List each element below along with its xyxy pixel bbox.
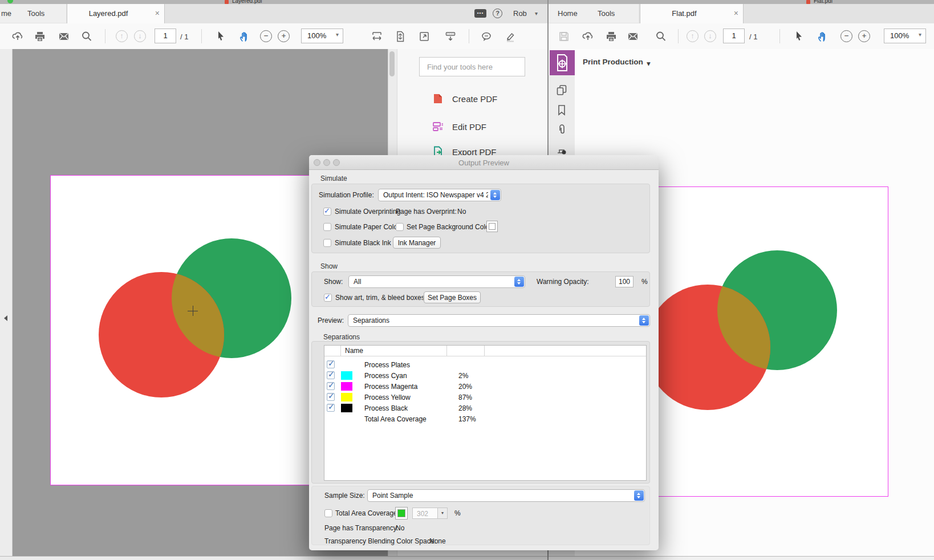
- hand-tool-icon[interactable]: [816, 30, 829, 43]
- separation-row[interactable]: ✓ Process Yellow 87%: [324, 392, 646, 403]
- tac-threshold-select[interactable]: 302 ▾: [412, 508, 448, 519]
- print-icon[interactable]: [605, 30, 618, 43]
- row-checkbox[interactable]: ✓: [327, 404, 335, 412]
- scrolling-mode-icon[interactable]: [444, 30, 457, 43]
- separation-row[interactable]: ✓ Process Magenta 20%: [324, 381, 646, 392]
- nav-pane-edge[interactable]: [0, 49, 13, 560]
- help-icon[interactable]: ?: [493, 9, 502, 18]
- zoom-out-icon[interactable]: −: [840, 30, 852, 42]
- print-production-icon[interactable]: [550, 50, 575, 75]
- feedback-chat-icon[interactable]: •••: [474, 9, 486, 18]
- row-checkbox[interactable]: ✓: [327, 393, 335, 401]
- fit-width-icon[interactable]: [371, 30, 383, 43]
- select-caret-icon: ▾: [437, 508, 447, 518]
- previous-page-icon[interactable]: ↑: [687, 30, 699, 42]
- magenta-swatch: [341, 382, 352, 391]
- separations-heading: Separations: [323, 333, 360, 341]
- zoom-in-icon[interactable]: +: [858, 30, 870, 42]
- preview-select[interactable]: Separations: [348, 314, 650, 327]
- email-icon[interactable]: [58, 30, 70, 43]
- select-tool-icon[interactable]: [793, 30, 805, 43]
- zoom-level-select[interactable]: 100% ▾: [884, 29, 926, 43]
- pdf-page-flat[interactable]: [644, 186, 888, 497]
- print-icon[interactable]: [34, 30, 46, 43]
- zoom-level-select[interactable]: 100% ▾: [301, 29, 343, 43]
- name-column-header: Name: [345, 347, 363, 355]
- row-checkbox[interactable]: ✓: [327, 371, 335, 379]
- page-bg-color-well[interactable]: [486, 221, 498, 232]
- search-icon[interactable]: [655, 30, 667, 43]
- hand-tool-icon[interactable]: [238, 30, 250, 43]
- fullscreen-icon[interactable]: [418, 30, 431, 43]
- output-preview-tool-icon[interactable]: [555, 143, 568, 155]
- separations-table-header: Name: [324, 346, 646, 356]
- row-checkbox[interactable]: ✓: [327, 382, 335, 390]
- zoom-in-icon[interactable]: +: [278, 30, 290, 42]
- tab-home[interactable]: me: [1, 9, 11, 18]
- row-checkbox[interactable]: ✓: [327, 360, 335, 368]
- traffic-light-green[interactable]: [7, 0, 13, 3]
- account-caret-icon[interactable]: ▾: [535, 10, 538, 17]
- page-has-transparency-label: Page has Transparency:: [324, 524, 399, 532]
- highlighter-icon[interactable]: [504, 30, 517, 43]
- close-tab-icon[interactable]: ×: [155, 9, 160, 18]
- sample-size-select[interactable]: Point Sample: [367, 489, 645, 502]
- page-number-input[interactable]: 1: [723, 29, 745, 43]
- create-pdf-icon: [432, 92, 444, 105]
- save-icon[interactable]: [558, 30, 570, 43]
- email-icon[interactable]: [627, 30, 639, 43]
- tab-document-flat[interactable]: Flat.pdf ×: [640, 4, 744, 23]
- tool-edit-pdf[interactable]: Edit PDF: [452, 122, 486, 132]
- page-number-input[interactable]: 1: [155, 29, 176, 43]
- share-cloud-icon[interactable]: [582, 30, 594, 43]
- tool-create-pdf[interactable]: Create PDF: [452, 94, 497, 104]
- page-count: / 1: [180, 33, 188, 41]
- warning-opacity-input[interactable]: 100: [615, 276, 634, 287]
- edit-pdf-icon: [432, 120, 444, 133]
- fit-page-icon[interactable]: [394, 30, 407, 43]
- bookmarks-icon[interactable]: [555, 104, 568, 116]
- tab-home[interactable]: Home: [558, 9, 578, 18]
- print-production-label[interactable]: Print Production: [583, 58, 643, 66]
- select-stepper-icon: [514, 277, 524, 287]
- simulate-overprinting-checkbox[interactable]: ✓: [323, 208, 331, 216]
- ink-manager-button[interactable]: Ink Manager: [393, 237, 441, 249]
- tac-color-well[interactable]: [395, 507, 408, 520]
- dialog-titlebar[interactable]: Output Preview: [309, 155, 659, 170]
- tab-bar: Home Tools Flat.pdf ×: [549, 4, 934, 24]
- simulate-black-ink-checkbox[interactable]: ✓: [323, 239, 331, 247]
- show-label: Show:: [324, 278, 343, 286]
- tab-tools[interactable]: Tools: [598, 9, 615, 18]
- page-thumbnails-icon[interactable]: [555, 84, 568, 96]
- tab-document-layered[interactable]: Layered.pdf ×: [67, 4, 165, 23]
- share-cloud-icon[interactable]: [11, 30, 24, 43]
- next-page-icon[interactable]: ↓: [704, 30, 716, 42]
- set-page-bg-color-checkbox[interactable]: ✓: [396, 223, 404, 231]
- set-page-boxes-button[interactable]: Set Page Boxes: [424, 291, 481, 303]
- set-page-bg-color-label: Set Page Background Color: [407, 223, 492, 231]
- close-tab-icon[interactable]: ×: [734, 9, 738, 18]
- total-area-coverage-checkbox[interactable]: ✓: [324, 509, 332, 517]
- separation-row[interactable]: ✓ Process Plates: [324, 359, 646, 370]
- comment-icon[interactable]: [480, 30, 493, 43]
- collapse-pane-icon[interactable]: [3, 315, 9, 322]
- simulation-profile-select[interactable]: Output Intent: ISO Newspaper v4 26 (ba..…: [378, 189, 501, 201]
- tab-tools[interactable]: Tools: [27, 9, 44, 18]
- attachments-icon[interactable]: [555, 123, 568, 136]
- next-page-icon[interactable]: ↓: [134, 30, 146, 42]
- tac-unit: %: [454, 509, 461, 517]
- account-name[interactable]: Rob: [513, 9, 527, 18]
- zoom-caret-icon: ▾: [336, 31, 339, 38]
- separation-row[interactable]: ✓ Process Black 28%: [324, 403, 646, 413]
- zoom-out-icon[interactable]: −: [260, 30, 272, 42]
- show-boxes-checkbox[interactable]: ✓: [324, 294, 332, 302]
- separation-row[interactable]: ✓ Process Cyan 2%: [324, 370, 646, 381]
- tools-search-input[interactable]: Find your tools here: [419, 57, 525, 76]
- separations-table[interactable]: Name ✓ Process Plates ✓ Process Cyan 2% …: [324, 345, 647, 481]
- simulate-paper-color-checkbox[interactable]: ✓: [323, 223, 331, 231]
- show-select[interactable]: All: [348, 275, 525, 288]
- search-icon[interactable]: [80, 30, 93, 43]
- simulation-profile-label: Simulation Profile:: [319, 191, 374, 199]
- previous-page-icon[interactable]: ↑: [116, 30, 128, 42]
- select-tool-icon[interactable]: [214, 30, 227, 43]
